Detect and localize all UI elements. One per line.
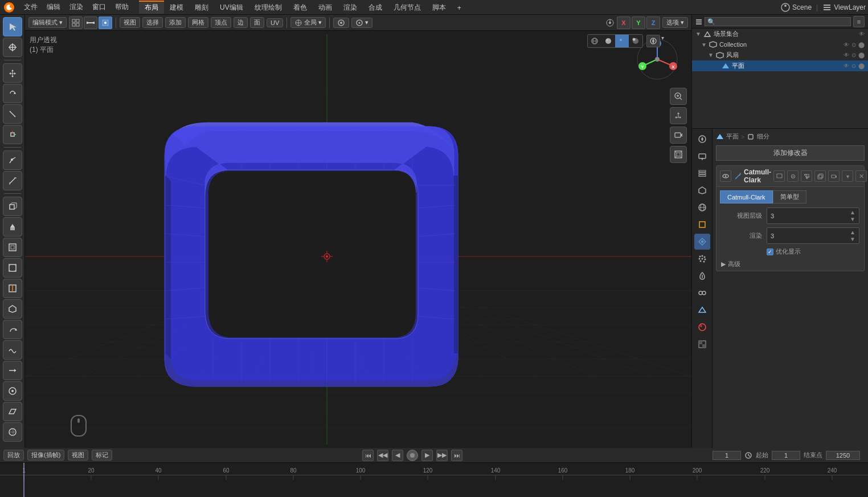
advanced-toggle[interactable]: ▶ 高级	[716, 258, 864, 271]
vertex-menu[interactable]: 顶点	[211, 17, 231, 28]
level-up-btn[interactable]: ▲	[850, 209, 855, 215]
jump-end-btn[interactable]: ⏭	[451, 450, 462, 461]
select-menu[interactable]: 选择	[142, 17, 163, 28]
viewport-icon[interactable]: ⊙	[851, 42, 856, 48]
prop-world[interactable]	[694, 199, 710, 215]
prop-object-data[interactable]	[694, 302, 710, 318]
tool-measure[interactable]	[3, 171, 22, 190]
modifier-wrench-settings[interactable]	[787, 170, 799, 182]
menu-edit[interactable]: 编辑	[42, 1, 65, 13]
visibility-icon[interactable]: 👁	[844, 42, 849, 48]
uv-menu[interactable]: UV	[267, 18, 283, 27]
outliner-filter-btn[interactable]: ≡	[853, 16, 865, 27]
tab-texture-paint[interactable]: 纹理绘制	[249, 1, 288, 14]
prop-modifier[interactable]	[694, 234, 710, 250]
tool-transform[interactable]	[3, 125, 22, 144]
prop-particles[interactable]	[694, 251, 710, 267]
tab-uv[interactable]: UV编辑	[214, 1, 249, 14]
select-face-mode[interactable]	[99, 17, 112, 29]
modifier-copy-icon[interactable]	[814, 170, 826, 182]
zoom-in-btn[interactable]	[670, 88, 687, 105]
camera-view-btn[interactable]	[670, 127, 687, 144]
tab-sculpt[interactable]: 雕刻	[189, 1, 214, 14]
modifier-filter-icon[interactable]	[801, 170, 812, 182]
tool-shear[interactable]	[3, 402, 22, 421]
tab-layout[interactable]: 布局	[139, 1, 164, 14]
overlay-toggle[interactable]	[646, 35, 660, 47]
toggle-perspective-btn[interactable]	[670, 146, 687, 163]
menu-window[interactable]: 窗口	[88, 1, 110, 13]
viewport-3d[interactable]: 编辑模式 ▾ 视图 选择 添加 网格 顶点 边 面	[25, 15, 691, 448]
tab-geometry-nodes[interactable]: 几何节点	[388, 1, 427, 14]
tool-to-sphere[interactable]	[3, 422, 22, 442]
prop-material[interactable]	[694, 319, 710, 335]
tab-add[interactable]: +	[452, 2, 467, 13]
material-preview-mode[interactable]	[615, 35, 629, 47]
catmull-clark-tab[interactable]: Catmull-Clark	[720, 190, 773, 203]
playback-menu[interactable]: 回放	[3, 450, 24, 461]
play-forward-btn[interactable]: ▶	[421, 450, 433, 461]
modifier-close-btn[interactable]: ✕	[855, 170, 867, 182]
mesh-menu[interactable]: 网格	[188, 17, 208, 28]
prop-object[interactable]	[694, 217, 710, 233]
tab-modeling[interactable]: 建模	[164, 1, 189, 14]
fan-eye[interactable]: 👁	[844, 52, 849, 58]
tab-compositing[interactable]: 合成	[363, 1, 388, 14]
menu-help[interactable]: 帮助	[110, 1, 133, 13]
tool-annotate[interactable]	[3, 150, 22, 170]
menu-render[interactable]: 渲染	[65, 1, 88, 13]
view-menu[interactable]: 视图	[120, 17, 140, 28]
prop-physics[interactable]	[694, 268, 710, 284]
outliner-item-scene[interactable]: ▼ 场景集合 👁	[692, 28, 868, 39]
timeline-ruler[interactable]: 1 20 40 60 80 100 120 140 160 180 200 22…	[0, 463, 868, 497]
menu-file[interactable]: 文件	[19, 1, 42, 13]
fan-render[interactable]: ⬤	[858, 52, 865, 58]
proportional-edit[interactable]: ▾	[351, 18, 372, 28]
breadcrumb-modifier[interactable]: 细分	[757, 132, 769, 141]
x-axis-btn[interactable]: X	[617, 17, 630, 29]
interpolation-menu[interactable]: 报像(插帧)	[27, 450, 64, 461]
render-level-input[interactable]: 3 ▲ ▼	[767, 227, 859, 244]
simple-tab[interactable]: 简单型	[773, 190, 806, 203]
outliner-search[interactable]	[705, 17, 851, 26]
prop-view-layer[interactable]	[694, 165, 710, 181]
select-vertex-mode[interactable]	[69, 17, 83, 29]
step-back-btn[interactable]: ◀◀	[377, 450, 388, 461]
outliner-item-collection[interactable]: ▼ Collection 👁 ⊙ ⬤	[692, 39, 868, 50]
tool-inset[interactable]	[3, 238, 22, 257]
y-axis-btn[interactable]: Y	[632, 17, 645, 29]
breadcrumb-object[interactable]: 平面	[726, 132, 739, 141]
end-frame-input[interactable]	[826, 451, 860, 460]
tool-bevel[interactable]	[3, 258, 22, 278]
solid-mode[interactable]	[601, 35, 615, 47]
modifier-expand-btn[interactable]: ▾	[842, 170, 853, 182]
tab-render[interactable]: 渲染	[338, 1, 363, 14]
face-menu[interactable]: 面	[250, 17, 264, 28]
tool-shrink[interactable]	[3, 381, 22, 401]
tool-scale[interactable]	[3, 104, 22, 124]
prop-scene[interactable]	[694, 182, 710, 198]
snap-toggle[interactable]	[333, 18, 349, 28]
tool-loop-cut[interactable]	[3, 279, 22, 298]
tab-scripting[interactable]: 脚本	[427, 1, 452, 14]
pan-btn[interactable]	[670, 107, 687, 124]
outliner-item-plane[interactable]: ▶ 平面 👁 ⊙ ⬤	[692, 60, 868, 71]
view-timeline-menu[interactable]: 视图	[68, 450, 88, 461]
tool-move[interactable]	[3, 63, 22, 83]
select-edge-mode[interactable]	[84, 17, 97, 29]
options-menu[interactable]: 选项 ▾	[662, 17, 688, 28]
prop-texture[interactable]	[694, 336, 710, 352]
step-forward-btn[interactable]: ▶▶	[436, 450, 448, 461]
tool-edge-slide[interactable]	[3, 361, 22, 380]
mode-selector[interactable]: 编辑模式 ▾	[28, 17, 67, 28]
tool-smooth[interactable]	[3, 340, 22, 360]
viewport-canvas[interactable]: 用户透视 (1) 平面 Z X	[25, 31, 691, 448]
play-back-btn[interactable]: ◀	[392, 450, 403, 461]
optimize-checkbox-label[interactable]: ✓ 优化显示	[767, 247, 801, 256]
transform-orientation[interactable]: 全局 ▾	[290, 17, 326, 28]
prop-render[interactable]	[694, 131, 710, 147]
rendered-mode[interactable]	[629, 35, 642, 47]
start-frame-input[interactable]	[772, 451, 800, 460]
modifier-camera-icon[interactable]	[828, 170, 840, 182]
viewport-level-input[interactable]: 3 ▲ ▼	[767, 207, 859, 224]
